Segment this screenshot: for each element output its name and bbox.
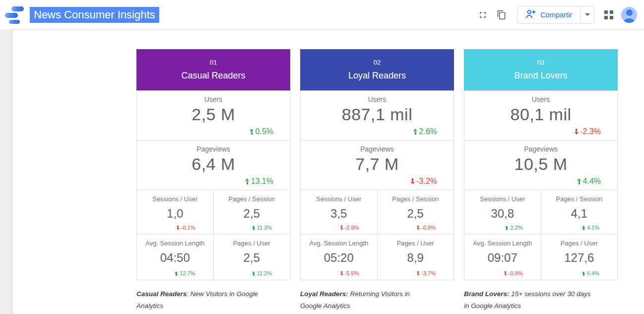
metric-pages-per-user: Pages / User 127,6 6.4% (541, 235, 618, 280)
data-studio-logo-icon[interactable] (4, 5, 25, 25)
trend-arrow-icon (505, 226, 509, 230)
metric-value: 05:20 (301, 251, 377, 265)
grid-dot (610, 16, 613, 19)
metric-delta: -2.3% (574, 127, 601, 136)
metric-sessions-per-user: Sessions / User 30,8 2.2% (464, 190, 541, 234)
metric-row: Sessions / User 1,0 -0.1% Pages / Sessio… (137, 190, 290, 234)
share-dropdown-button[interactable] (580, 6, 594, 23)
trend-arrow-icon (252, 271, 256, 276)
trend-arrow-icon (340, 271, 343, 276)
metric-delta: 4.1% (582, 225, 599, 231)
metric-label: Pages / User (214, 239, 290, 247)
trend-arrow-icon (582, 271, 585, 276)
metric-pageviews: Pageviews 10,5 M 4.4% (464, 140, 617, 190)
metric-value: 127,6 (541, 251, 618, 265)
top-app-bar: News Consumer Insights Compartir (0, 0, 644, 30)
metric-label: Avg. Session Length (137, 239, 213, 247)
metric-label: Pageviews (137, 145, 290, 153)
person-add-icon (525, 8, 536, 21)
metric-value: 2,5 (214, 207, 290, 221)
avatar-head (626, 9, 633, 16)
grid-dot (604, 10, 608, 14)
metric-delta: 13.1% (245, 177, 273, 186)
card-loyal-readers: 02 Loyal Readers Users 887,1 mil 2.6% Pa… (300, 49, 454, 280)
metric-value: 10,5 M (464, 155, 617, 174)
caption-brand-lovers: Brand Lovers: 15+ sessions over 30 days … (464, 288, 595, 312)
metric-label: Users (301, 95, 453, 103)
metric-label: Pageviews (464, 145, 617, 153)
metric-delta: 6.4% (582, 270, 599, 276)
delta-text: 2.2% (510, 225, 522, 231)
caption-term: Brand Lovers: (464, 290, 510, 298)
apps-grid-icon[interactable] (604, 10, 613, 19)
user-avatar[interactable] (621, 7, 637, 23)
metric-value: 887,1 mil (301, 105, 453, 124)
metric-label: Pages / User (378, 239, 454, 247)
metric-value: 04:50 (137, 251, 213, 265)
delta-text: 0.5% (256, 127, 273, 136)
delta-text: 4.4% (583, 177, 601, 186)
trend-arrow-icon (175, 271, 178, 276)
trend-arrow-icon (504, 271, 507, 276)
metric-pageviews: Pageviews 6,4 M 13.1% (137, 140, 290, 190)
metric-value: 7,7 M (301, 155, 453, 174)
metric-delta: -2.9% (340, 225, 359, 231)
metric-label: Pageviews (301, 145, 453, 153)
metric-row: Sessions / User 30,8 2.2% Pages / Sessio… (464, 190, 617, 234)
metric-pages-per-user: Pages / User 2,5 11.2% (213, 235, 290, 280)
metric-value: 80,1 mil (464, 105, 617, 124)
metric-label: Sessions / User (301, 195, 377, 203)
metric-value: 3,5 (301, 207, 377, 221)
card-header-brand-lovers: 03 Brand Lovers (464, 49, 618, 90)
metric-pages-per-session: Pages / Session 2,5 11.3% (213, 190, 290, 234)
delta-text: -2.3% (580, 127, 601, 136)
trend-arrow-icon (582, 226, 585, 230)
metric-label: Avg. Session Length (464, 239, 541, 247)
trend-arrow-icon (176, 226, 180, 230)
metric-value: 8,9 (378, 251, 454, 265)
caption-loyal-readers: Loyal Readers: Returning Visitors in Goo… (300, 288, 431, 312)
metric-delta: -0.9% (416, 225, 436, 231)
copy-pages-icon[interactable] (492, 5, 511, 24)
delta-text: -5.5% (345, 270, 359, 276)
metric-delta: 11.3% (252, 225, 272, 231)
delta-text: 11.2% (257, 270, 272, 276)
metric-row: Avg. Session Length 04:50 12.7% Pages / … (137, 234, 290, 280)
metric-row: Avg. Session Length 05:20 -5.5% Pages / … (301, 234, 453, 280)
trend-arrow-icon (245, 178, 250, 184)
delta-text: 11.3% (257, 225, 272, 231)
metric-row: Avg. Session Length 09:07 -0.9% Pages / … (464, 234, 617, 280)
card-brand-lovers: 03 Brand Lovers Users 80,1 mil -2.3% Pag… (464, 49, 618, 280)
fullscreen-icon[interactable] (473, 5, 492, 24)
topbar-actions: Compartir (473, 5, 644, 24)
metric-delta: 2.2% (505, 225, 522, 231)
metric-label: Pages / User (541, 239, 618, 247)
card-header-casual-readers: 01 Casual Readers (136, 49, 290, 90)
card-body: Users 2,5 M 0.5% Pageviews 6,4 M 13.1% S… (136, 90, 290, 280)
metric-pages-per-session: Pages / Session 2,5 -0.9% (377, 190, 454, 234)
metric-row: Sessions / User 3,5 -2.9% Pages / Sessio… (301, 190, 453, 234)
share-button[interactable]: Compartir (517, 6, 580, 23)
metric-value: 2,5 (214, 251, 290, 265)
metric-value: 09:07 (464, 251, 541, 265)
card-body: Users 80,1 mil -2.3% Pageviews 10,5 M 4.… (464, 90, 618, 280)
metric-label: Sessions / User (464, 195, 541, 203)
delta-text: -2.9% (345, 225, 359, 231)
card-name: Casual Readers (181, 71, 245, 81)
card-casual-readers: 01 Casual Readers Users 2,5 M 0.5% Pagev… (136, 49, 290, 280)
trend-arrow-icon (577, 178, 581, 184)
report-title[interactable]: News Consumer Insights (30, 7, 159, 23)
share-button-label: Compartir (540, 11, 572, 19)
delta-text: 2.6% (419, 127, 437, 136)
caption-term: Casual Readers (136, 290, 187, 298)
metric-delta: -0.1% (176, 225, 195, 231)
metric-value: 2,5 M (137, 105, 290, 124)
metric-delta: 11.2% (252, 270, 272, 276)
avatar-body (624, 18, 635, 23)
delta-text: 4.1% (587, 225, 599, 231)
delta-text: -0.1% (181, 225, 195, 231)
delta-text: 6.4% (587, 270, 599, 276)
delta-text: 12.7% (180, 270, 195, 276)
metric-delta: -5.5% (340, 270, 359, 276)
metric-label: Avg. Session Length (301, 239, 377, 247)
